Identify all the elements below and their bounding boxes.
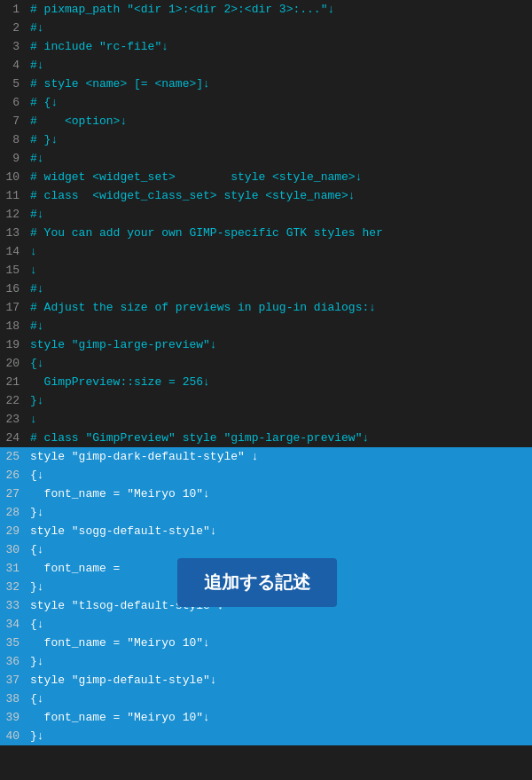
line-number: 9 [0, 149, 27, 168]
line-number: 15 [0, 261, 27, 280]
line-content: #↓ [27, 56, 532, 75]
code-line: 2#↓ [0, 19, 532, 37]
line-content: ↓ [27, 410, 532, 429]
code-line: 11# class <widget_class_set> style <styl… [0, 186, 532, 205]
line-content: {↓ [27, 354, 532, 373]
line-number: 2 [0, 19, 27, 37]
line-content: }↓ [27, 503, 532, 522]
line-content: ↓ [27, 261, 532, 280]
line-number: 38 [0, 689, 27, 708]
line-content: # {↓ [27, 93, 532, 112]
line-number: 8 [0, 130, 27, 149]
line-content: {↓ [27, 466, 532, 485]
code-line: 40}↓ [0, 727, 532, 745]
code-line: 39 font_name = "Meiryo 10"↓ [0, 708, 532, 727]
line-content: style "sogg-default-style"↓ [27, 522, 532, 540]
line-content: # pixmap_path "<dir 1>:<dir 2>:<dir 3>:.… [27, 0, 532, 19]
code-line: 24# class "GimpPreview" style "gimp-larg… [0, 429, 532, 447]
line-number: 34 [0, 615, 27, 634]
line-number: 25 [0, 447, 27, 466]
line-number: 26 [0, 466, 27, 485]
code-line: 25style "gimp-dark-default-style" ↓ [0, 447, 532, 466]
code-line: 5# style <name> [= <name>]↓ [0, 75, 532, 93]
code-line: 37style "gimp-default-style"↓ [0, 671, 532, 689]
line-number: 28 [0, 503, 27, 522]
code-editor: 1# pixmap_path "<dir 1>:<dir 2>:<dir 3>:… [0, 0, 532, 780]
code-line: 23↓ [0, 410, 532, 429]
tooltip-label: 追加する記述 [177, 558, 337, 607]
code-line: 20{↓ [0, 354, 532, 373]
line-content: # include "rc-file"↓ [27, 37, 532, 56]
code-line: 35 font_name = "Meiryo 10"↓ [0, 634, 532, 652]
code-line: 30{↓ [0, 540, 532, 559]
line-number: 7 [0, 112, 27, 130]
line-number: 36 [0, 652, 27, 671]
line-content: {↓ [27, 689, 532, 708]
line-number: 13 [0, 224, 27, 242]
code-line: 6# {↓ [0, 93, 532, 112]
line-content: {↓ [27, 615, 532, 634]
line-content: # <option>↓ [27, 112, 532, 130]
code-line: 27 font_name = "Meiryo 10"↓ [0, 485, 532, 503]
code-line: 22}↓ [0, 391, 532, 410]
code-line: 19style "gimp-large-preview"↓ [0, 335, 532, 354]
code-line: 29style "sogg-default-style"↓ [0, 522, 532, 540]
line-number: 22 [0, 391, 27, 410]
line-content: #↓ [27, 205, 532, 224]
code-line: 12#↓ [0, 205, 532, 224]
code-line: 8# }↓ [0, 130, 532, 149]
line-number: 29 [0, 522, 27, 540]
code-line: 34{↓ [0, 615, 532, 634]
code-line: 17# Adjust the size of previews in plug-… [0, 298, 532, 317]
line-number: 35 [0, 634, 27, 652]
line-number: 33 [0, 596, 27, 615]
line-number: 14 [0, 242, 27, 261]
line-content: #↓ [27, 19, 532, 37]
line-content: # Adjust the size of previews in plug-in… [27, 298, 532, 317]
code-line: 16#↓ [0, 280, 532, 298]
code-line: 21 GimpPreview::size = 256↓ [0, 373, 532, 391]
code-line: 13# You can add your own GIMP-specific G… [0, 224, 532, 242]
line-content: font_name = "Meiryo 10"↓ [27, 708, 532, 727]
line-content: style "gimp-default-style"↓ [27, 671, 532, 689]
code-line: 26{↓ [0, 466, 532, 485]
line-number: 40 [0, 727, 27, 745]
line-number: 18 [0, 317, 27, 335]
code-line: 18#↓ [0, 317, 532, 335]
line-number: 20 [0, 354, 27, 373]
line-number: 11 [0, 186, 27, 205]
code-line: 3# include "rc-file"↓ [0, 37, 532, 56]
code-line: 15↓ [0, 261, 532, 280]
line-content: font_name = "Meiryo 10"↓ [27, 634, 532, 652]
line-content: {↓ [27, 540, 532, 559]
line-number: 19 [0, 335, 27, 354]
line-content: }↓ [27, 727, 532, 745]
code-line: 4#↓ [0, 56, 532, 75]
code-line: 36}↓ [0, 652, 532, 671]
code-line: 1# pixmap_path "<dir 1>:<dir 2>:<dir 3>:… [0, 0, 532, 19]
line-number: 24 [0, 429, 27, 447]
code-line: 9#↓ [0, 149, 532, 168]
code-line: 10# widget <widget_set> style <style_nam… [0, 168, 532, 186]
line-number: 1 [0, 0, 27, 19]
line-content: style "gimp-dark-default-style" ↓ [27, 447, 532, 466]
line-number: 23 [0, 410, 27, 429]
line-content: # widget <widget_set> style <style_name>… [27, 168, 532, 186]
line-content: }↓ [27, 652, 532, 671]
line-number: 31 [0, 559, 27, 578]
line-number: 16 [0, 280, 27, 298]
code-line: 7# <option>↓ [0, 112, 532, 130]
line-content: font_name = "Meiryo 10"↓ [27, 485, 532, 503]
line-content: #↓ [27, 149, 532, 168]
line-number: 21 [0, 373, 27, 391]
line-content: # class <widget_class_set> style <style_… [27, 186, 532, 205]
line-number: 3 [0, 37, 27, 56]
line-number: 32 [0, 578, 27, 596]
line-content: }↓ [27, 391, 532, 410]
line-number: 12 [0, 205, 27, 224]
line-number: 27 [0, 485, 27, 503]
line-number: 39 [0, 708, 27, 727]
line-content: style "gimp-large-preview"↓ [27, 335, 532, 354]
line-content: #↓ [27, 317, 532, 335]
code-line: 38{↓ [0, 689, 532, 708]
